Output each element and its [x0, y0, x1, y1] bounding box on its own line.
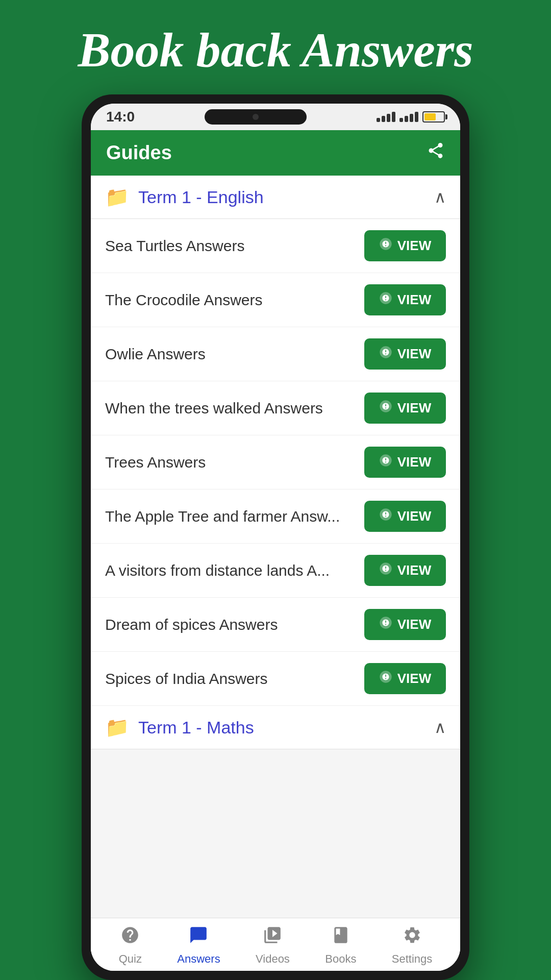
status-icons	[377, 111, 445, 122]
coin-icon-3	[379, 346, 392, 362]
section-title-maths: Term 1 - Maths	[138, 718, 434, 738]
view-btn-apple-tree[interactable]: VIEW	[364, 501, 446, 532]
item-label-dream-spices: Dream of spices Answers	[105, 616, 356, 633]
nav-label-books: Books	[325, 952, 356, 966]
videos-icon	[263, 925, 282, 949]
view-btn-spices-india[interactable]: VIEW	[364, 663, 446, 694]
section-header-english[interactable]: 📁 Term 1 - English ∧	[91, 176, 460, 219]
folder-icon-maths: 📁	[105, 716, 129, 739]
item-label-owlie: Owlie Answers	[105, 346, 356, 363]
item-label-crocodile: The Crocodile Answers	[105, 291, 356, 309]
view-label-6: VIEW	[397, 508, 431, 524]
list-item-sea-turtles: Sea Turtles Answers VIEW	[91, 219, 460, 273]
view-label-9: VIEW	[397, 671, 431, 687]
view-btn-sea-turtles[interactable]: VIEW	[364, 230, 446, 261]
coin-icon-4	[379, 400, 392, 416]
folder-icon-english: 📁	[105, 186, 129, 208]
page-header: Book back Answers	[0, 0, 551, 94]
quiz-icon	[120, 925, 140, 949]
list-item-spices-india: Spices of India Answers VIEW	[91, 652, 460, 706]
nav-item-answers[interactable]: Answers	[177, 925, 220, 966]
battery	[422, 111, 445, 122]
phone-wrapper: 14:0	[82, 94, 469, 980]
item-label-apple-tree: The Apple Tree and farmer Answ...	[105, 508, 356, 525]
item-label-sea-turtles: Sea Turtles Answers	[105, 237, 356, 255]
view-btn-trees[interactable]: VIEW	[364, 447, 446, 478]
list-item-dream-spices: Dream of spices Answers VIEW	[91, 598, 460, 652]
view-btn-dream-spices[interactable]: VIEW	[364, 609, 446, 640]
coin-icon-5	[379, 454, 392, 471]
nav-item-settings[interactable]: Settings	[392, 925, 433, 966]
status-bar: 14:0	[91, 104, 460, 130]
share-button[interactable]	[427, 141, 445, 164]
section-header-maths[interactable]: 📁 Term 1 - Maths ∧	[91, 706, 460, 749]
books-icon	[331, 925, 350, 949]
coin-icon-7	[379, 562, 392, 579]
settings-icon	[403, 925, 422, 949]
app-header-title: Guides	[106, 142, 172, 164]
nav-item-videos[interactable]: Videos	[256, 925, 290, 966]
view-label-2: VIEW	[397, 292, 431, 308]
nav-label-settings: Settings	[392, 952, 433, 966]
view-label-8: VIEW	[397, 617, 431, 632]
view-label-3: VIEW	[397, 346, 431, 362]
list-item-visitors: A visitors from distance lands A... VIEW	[91, 544, 460, 598]
coin-icon-8	[379, 616, 392, 633]
view-btn-crocodile[interactable]: VIEW	[364, 284, 446, 315]
coin-icon-1	[379, 237, 392, 254]
app-header: Guides	[91, 130, 460, 176]
view-label-5: VIEW	[397, 454, 431, 470]
list-item-trees-walked: When the trees walked Answers VIEW	[91, 381, 460, 435]
signal-bars-1	[377, 112, 395, 122]
list-item-crocodile: The Crocodile Answers VIEW	[91, 273, 460, 327]
view-btn-visitors[interactable]: VIEW	[364, 555, 446, 586]
item-label-visitors: A visitors from distance lands A...	[105, 562, 356, 579]
view-btn-owlie[interactable]: VIEW	[364, 338, 446, 370]
list-item-apple-tree: The Apple Tree and farmer Answ... VIEW	[91, 489, 460, 544]
item-label-trees: Trees Answers	[105, 454, 356, 471]
signal-bars-2	[399, 112, 418, 122]
battery-fill	[424, 113, 436, 120]
answers-icon	[189, 925, 208, 949]
phone-inner: 14:0	[91, 104, 460, 971]
coin-icon-2	[379, 291, 392, 308]
view-label-4: VIEW	[397, 400, 431, 416]
coin-icon-9	[379, 670, 392, 687]
content-area: 📁 Term 1 - English ∧ Sea Turtles Answers…	[91, 176, 460, 971]
coin-icon-6	[379, 508, 392, 525]
list-item-owlie: Owlie Answers VIEW	[91, 327, 460, 381]
page-title: Book back Answers	[31, 20, 520, 79]
view-label-7: VIEW	[397, 562, 431, 578]
status-time: 14:0	[106, 109, 135, 125]
view-btn-trees-walked[interactable]: VIEW	[364, 393, 446, 424]
nav-label-videos: Videos	[256, 952, 290, 966]
nav-item-books[interactable]: Books	[325, 925, 356, 966]
bottom-nav: Quiz Answers Videos	[91, 918, 460, 971]
nav-label-answers: Answers	[177, 952, 220, 966]
list-item-trees: Trees Answers VIEW	[91, 435, 460, 489]
chevron-up-maths: ∧	[434, 718, 446, 737]
nav-label-quiz: Quiz	[119, 952, 142, 966]
notch-dot	[253, 114, 259, 120]
chevron-up-english: ∧	[434, 187, 446, 207]
view-label-1: VIEW	[397, 238, 431, 254]
list-container: Sea Turtles Answers VIEW The Crocodile A…	[91, 219, 460, 918]
nav-item-quiz[interactable]: Quiz	[119, 925, 142, 966]
item-label-trees-walked: When the trees walked Answers	[105, 400, 356, 417]
section-title-english: Term 1 - English	[138, 187, 434, 207]
item-label-spices-india: Spices of India Answers	[105, 670, 356, 688]
status-notch	[205, 109, 307, 125]
